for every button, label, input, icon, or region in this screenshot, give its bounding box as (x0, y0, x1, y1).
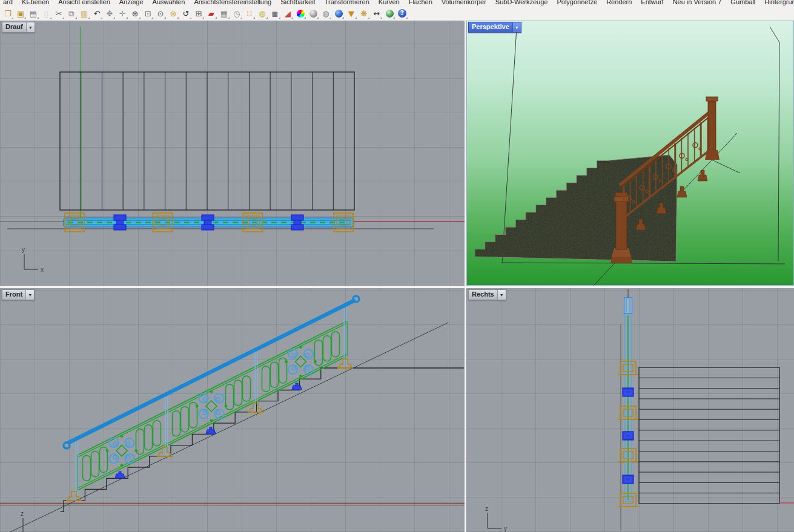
scroll-ornament (285, 346, 317, 378)
lock-icon[interactable]: ◼ (269, 7, 281, 19)
menu-item-gumball[interactable]: Gumball (730, 0, 755, 6)
axis-indicator: yx (22, 246, 44, 273)
axis-indicator: zx (21, 510, 42, 532)
scroll-ornament (106, 435, 138, 467)
history-icon[interactable]: ◷ (231, 7, 243, 19)
axis-indicator: zy (485, 505, 507, 532)
menu-item-rendern[interactable]: Rendern (606, 0, 632, 6)
car-icon[interactable]: ▰ (205, 7, 217, 19)
control-points-icon[interactable]: ∷ (243, 7, 256, 19)
cut-icon[interactable]: ✂ (53, 7, 65, 19)
viewport-tab-rechts[interactable]: Rechts ▼ (468, 289, 506, 300)
new-file-icon[interactable]: ▯ (40, 7, 52, 19)
scroll-ornament (196, 390, 228, 422)
blue-bracket-end (623, 388, 634, 396)
menu-item-ansichtsfenstereinstellung[interactable]: Ansichtsfenstereinstellung (194, 0, 271, 6)
rechts-canvas: zy (466, 288, 794, 532)
perspektive-canvas (466, 21, 794, 286)
viewport-perspektive[interactable]: Perspektive ▼ (466, 21, 794, 286)
zoom-window-icon[interactable]: ⊡ (142, 7, 154, 19)
zoom-selected-icon[interactable]: ⊙ (154, 7, 167, 19)
rhino-window: ardKEbenenAnsicht einstellenAnzeigeAuswä… (0, 0, 794, 532)
blue-bracket-end (623, 432, 634, 440)
railing-panel-band (78, 321, 347, 490)
menu-item-fl-chen[interactable]: Flächen (409, 0, 432, 6)
svg-text:z: z (485, 505, 488, 512)
menu-item-anzeige[interactable]: Anzeige (119, 0, 144, 6)
blue-sphere-icon[interactable] (332, 7, 345, 19)
map-icon[interactable]: ▦ (218, 7, 230, 19)
pan-hand-icon[interactable]: ✥ (104, 7, 116, 19)
copy-icon[interactable]: ⧉ (65, 7, 78, 19)
menu-item-neu-in-version-7[interactable]: Neu in Version 7 (673, 0, 722, 6)
viewport-tab-drauf[interactable]: Drauf ▼ (2, 22, 35, 33)
render-sphere-icon[interactable] (307, 7, 319, 19)
color-wheel-icon (297, 10, 305, 18)
lamp-icon[interactable]: ◍ (256, 7, 268, 19)
viewport-front[interactable]: zx Front ▼ (0, 288, 465, 532)
menu-item-kurven[interactable]: Kurven (379, 0, 400, 6)
viewport-label-rechts: Rechts (469, 290, 497, 300)
toolbar: ❒▣▤▯✂⧉▥↶✥✛⊕⊡⊙⊛↺⊞▰▦◷∷◍◼◢◍▼❋↔? (0, 6, 794, 21)
railing-end-view (624, 298, 632, 501)
menu-item-ausw-hlen[interactable]: Auswählen (153, 0, 185, 6)
chevron-down-icon[interactable]: ▼ (26, 22, 35, 32)
blue-sphere-icon (335, 10, 343, 18)
svg-text:y: y (22, 246, 25, 253)
chevron-down-icon[interactable]: ▼ (512, 22, 521, 32)
front-canvas: zx (0, 288, 465, 532)
earth-icon (386, 10, 394, 18)
gears-icon[interactable]: ❋ (358, 7, 370, 19)
menu-item-kebenen[interactable]: KEbenen (22, 0, 49, 6)
viewport-label-front: Front (2, 290, 25, 300)
viewport-tab-perspektive[interactable]: Perspektive ▼ (468, 22, 521, 33)
dimension-icon[interactable]: ↔ (371, 7, 383, 19)
viewport-tab-front[interactable]: Front ▼ (2, 289, 35, 300)
stairs-side (639, 367, 779, 504)
rotate-view-icon[interactable]: ✛ (116, 7, 128, 19)
menu-item-entwurf[interactable]: Entwurf (641, 0, 663, 6)
viewport-grid: yx Drauf ▼ Perspektive ▼ zx Front ▼ (0, 21, 794, 532)
paste-icon[interactable]: ▥ (78, 7, 90, 19)
svg-text:y: y (504, 525, 507, 532)
panel-ovals (83, 332, 340, 481)
viewport-layout-icon[interactable]: ⊞ (193, 7, 205, 19)
chevron-down-icon[interactable]: ▼ (497, 290, 506, 300)
undo-icon[interactable]: ↶ (91, 7, 103, 19)
help-icon: ? (398, 9, 406, 18)
stairs-plan (60, 72, 354, 210)
menu-item-volumenk-rper[interactable]: Volumenkörper (442, 0, 486, 6)
color-wheel-icon[interactable] (294, 7, 306, 19)
menu-item-sichtbarkeit[interactable]: Sichtbarkeit (280, 0, 315, 6)
drauf-canvas: yx (0, 21, 465, 286)
menu-item-subd-werkzeuge[interactable]: SubD-Werkzeuge (495, 0, 548, 6)
svg-text:x: x (41, 266, 44, 273)
help-icon[interactable]: ? (396, 7, 408, 19)
wireframe-sphere-icon[interactable]: ◍ (320, 7, 332, 19)
chevron-down-icon[interactable]: ▼ (25, 290, 34, 300)
print-icon[interactable]: ▤ (27, 7, 39, 19)
earth-icon[interactable] (383, 7, 395, 19)
viewport-label-perspektive: Perspektive (469, 22, 512, 32)
menu-item-hintergrundbild[interactable]: Hintergrundbild (764, 0, 794, 6)
svg-text:z: z (21, 510, 24, 517)
undo-view-icon[interactable]: ↺ (180, 7, 192, 19)
viewport-label-drauf: Drauf (2, 22, 26, 32)
cake-icon[interactable]: ◢ (282, 7, 294, 19)
open-file-icon[interactable]: ❒ (2, 7, 14, 19)
menu-item-transformieren[interactable]: Transformieren (325, 0, 369, 6)
menu-item-ard[interactable]: ard (3, 0, 13, 6)
save-icon[interactable]: ▣ (15, 7, 27, 19)
blue-bracket-end (623, 475, 634, 484)
menu-item-polygonnetze[interactable]: Polygonnetze (557, 0, 597, 6)
zoom-icon[interactable]: ⊕ (129, 7, 141, 19)
viewport-drauf[interactable]: yx Drauf ▼ (0, 21, 465, 286)
viewport-rechts[interactable]: zy Rechts ▼ (466, 288, 794, 532)
menu-item-ansicht-einstellen[interactable]: Ansicht einstellen (58, 0, 110, 6)
zoom-extents-icon[interactable]: ⊛ (167, 7, 179, 19)
menubar: ardKEbenenAnsicht einstellenAnzeigeAuswä… (0, 0, 794, 6)
spotlight-icon[interactable]: ▼ (345, 7, 357, 19)
render-sphere-icon (309, 10, 317, 18)
stone-staircase (475, 155, 677, 261)
